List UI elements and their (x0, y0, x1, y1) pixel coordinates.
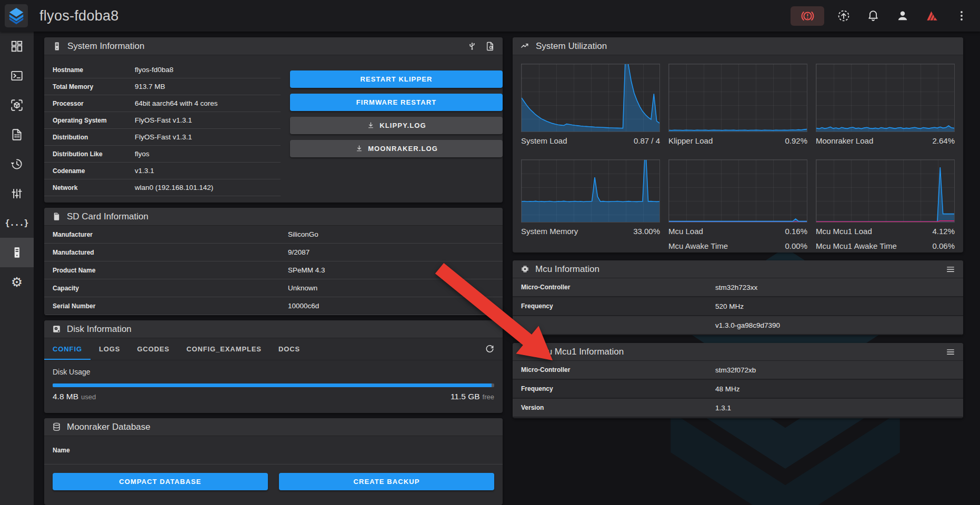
table-row: Serial Number10000c6d (44, 297, 503, 315)
tab-config[interactable]: CONFIG (44, 338, 91, 360)
update-available-button[interactable] (834, 6, 854, 26)
menu-icon (945, 264, 956, 275)
sidebar-item-settings[interactable]: ⚙ (0, 267, 34, 297)
chart-cell-klipper-load: Klipper Load0.92% (668, 64, 807, 145)
download-icon (355, 144, 364, 153)
emergency-stop-button[interactable] (791, 6, 824, 26)
panel-title: Mcu Information (535, 264, 599, 275)
mcu1-information-header: Mcu Mcu1 Information (513, 343, 963, 361)
sidebar: {...} ⚙ (0, 32, 34, 505)
chart-cell-mcu: Mcu Load0.16% Mcu Awake Time0.00% (668, 159, 807, 250)
update-upload-icon (837, 9, 851, 23)
fly-logo-icon (8, 7, 25, 25)
sidebar-item-config-editor[interactable]: {...} (0, 208, 34, 238)
table-row: Frequency48 MHz (513, 380, 963, 399)
tab-config-examples[interactable]: CONFIG_EXAMPLES (178, 338, 270, 360)
firmware-restart-button[interactable]: FIRMWARE RESTART (290, 94, 503, 111)
tune-icon (10, 187, 24, 200)
account-button[interactable] (893, 6, 913, 26)
system-memory-chart (521, 159, 660, 223)
usb-icon[interactable] (467, 41, 477, 52)
harddisk-icon (52, 324, 62, 334)
sidebar-item-machine[interactable] (0, 238, 34, 267)
sd-card-icon (52, 211, 62, 221)
chart-line-icon (520, 41, 531, 52)
account-icon (896, 9, 909, 23)
menu-icon (945, 347, 956, 357)
console-icon (10, 69, 24, 83)
tab-docs[interactable]: DOCS (270, 338, 308, 360)
mcu-menu-button[interactable] (945, 264, 956, 275)
moonraker-database-panel: Moonraker Database Name COMPACT DATABASE… (44, 418, 503, 505)
flyos-brand-button[interactable] (922, 6, 942, 26)
mcu1-information-panel: Mcu Mcu1 Information Micro-Controllerstm… (513, 343, 963, 418)
chart-cell-mcu1: Mcu Mcu1 Load4.12% Mcu Mcu1 Awake Time0.… (816, 159, 955, 250)
table-row: v1.3.0-ga98c9d7390 (513, 316, 963, 335)
main-content: System Information (34, 32, 980, 505)
mcu-table: Micro-Controllerstm32h723xx Frequency520… (513, 278, 963, 335)
chart-cell-system-memory: System Memory33.00% (521, 159, 660, 250)
file-refresh-icon[interactable] (485, 41, 495, 52)
disk-usage-bar (53, 383, 494, 387)
table-row: Micro-Controllerstm32h723xx (513, 278, 963, 297)
sidebar-item-history[interactable] (0, 149, 34, 179)
sd-card-panel: SD Card Information ManufacturerSiliconG… (44, 208, 503, 315)
download-icon (366, 121, 375, 130)
mcu1-menu-button[interactable] (945, 347, 956, 357)
table-row: Networkwlan0 (192.168.101.142) (44, 179, 281, 196)
disk-usage-bar-fill (53, 383, 492, 387)
table-row: Distribution Likeflyos (44, 146, 281, 163)
gcode-preview-icon (10, 98, 24, 112)
app-logo[interactable] (5, 4, 28, 27)
klippy-log-button[interactable]: KLIPPY.LOG (290, 117, 503, 134)
chip-icon (520, 347, 530, 357)
system-utilization-panel: System Utilization System Load0.87 / 4 K… (513, 37, 963, 252)
restart-klipper-button[interactable]: RESTART KLIPPER (290, 70, 503, 88)
system-information-panel: System Information (44, 37, 503, 203)
database-name-column-header: Name (44, 436, 503, 464)
bell-icon (866, 9, 880, 23)
table-row: ManufacturerSiliconGo (44, 226, 503, 244)
files-icon (10, 128, 24, 142)
compact-database-button[interactable]: COMPACT DATABASE (53, 473, 268, 490)
table-row: Codenamev1.3.1 (44, 163, 281, 179)
panel-title: System Information (67, 41, 144, 52)
moonraker-log-button[interactable]: MOONRAKER.LOG (290, 140, 503, 157)
panel-title: Moonraker Database (67, 422, 151, 432)
sd-card-header: SD Card Information (44, 208, 503, 226)
emergency-stop-icon (801, 9, 815, 23)
tab-gcodes[interactable]: GCODES (128, 338, 178, 360)
table-row: Total Memory913.7 MB (44, 78, 281, 95)
sidebar-item-gcode-preview[interactable] (0, 90, 34, 120)
tab-logs[interactable]: LOGS (91, 338, 128, 360)
sidebar-item-console[interactable] (0, 61, 34, 90)
database-icon (52, 422, 62, 432)
system-utilization-header: System Utilization (513, 37, 963, 55)
mcu-information-header: Mcu Information (513, 260, 963, 278)
disk-information-header: Disk Information (44, 320, 503, 338)
mcu-information-panel: Mcu Information Micro-Controllerstm32h72… (513, 260, 963, 335)
disk-free: 11.5 GBfree (451, 392, 494, 401)
system-information-table: Hostnameflyos-fd0ba8 Total Memory913.7 M… (44, 62, 281, 196)
table-row: Processor64bit aarch64 with 4 cores (44, 95, 281, 112)
sidebar-item-files[interactable] (0, 120, 34, 149)
create-backup-button[interactable]: CREATE BACKUP (279, 473, 494, 490)
page-title: flyos-fdoba8 (39, 8, 119, 24)
mcu1-load-chart (816, 159, 955, 223)
panel-title: Mcu Mcu1 Information (535, 347, 624, 357)
table-row: DistributionFlyOS-Fast v1.3.1 (44, 129, 281, 146)
disk-tabs: CONFIG LOGS GCODES CONFIG_EXAMPLES DOCS (44, 338, 503, 360)
disk-information-panel: Disk Information CONFIG LOGS GCODES CONF… (44, 320, 503, 413)
server-icon (52, 41, 62, 52)
overflow-menu-button[interactable] (952, 6, 972, 26)
notifications-button[interactable] (863, 6, 883, 26)
table-row: Operating SystemFlyOS-Fast v1.3.1 (44, 112, 281, 129)
mcu1-table: Micro-Controllerstm32f072xb Frequency48 … (513, 361, 963, 418)
table-row: Version1.3.1 (513, 399, 963, 418)
mcu-load-chart (668, 159, 807, 223)
refresh-button[interactable] (484, 344, 495, 355)
sidebar-item-tune[interactable] (0, 179, 34, 208)
sidebar-item-dashboard[interactable] (0, 32, 34, 61)
chip-icon (520, 264, 530, 274)
disk-usage-label: Disk Usage (53, 368, 494, 376)
